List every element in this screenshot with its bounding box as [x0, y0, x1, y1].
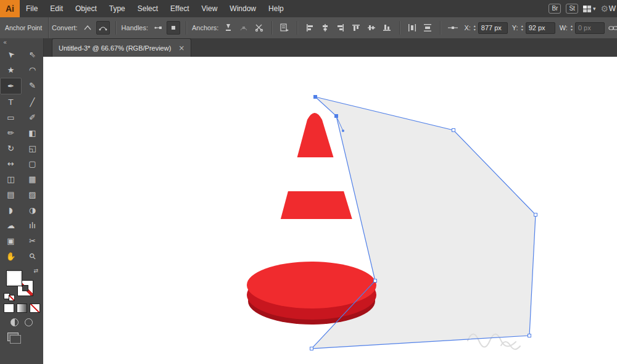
align-center-vertical-button[interactable]	[365, 21, 378, 35]
anchor-point[interactable]	[534, 213, 537, 217]
anchor-point[interactable]	[528, 334, 531, 337]
convert-to-smooth-button[interactable]	[96, 21, 110, 35]
magic-wand-tool[interactable]: ★	[0, 62, 22, 78]
column-graph-tool[interactable]: ılı	[22, 218, 43, 233]
w-input[interactable]: 0 px	[575, 22, 605, 34]
menu-items: File Edit Object Type Select Effect View…	[20, 0, 290, 17]
anchor-point[interactable]	[452, 129, 455, 132]
menu-item[interactable]: Object	[69, 0, 103, 17]
close-tab-icon[interactable]: ×	[178, 44, 184, 52]
slice-tool[interactable]: ✂	[22, 233, 43, 249]
selection-tool[interactable]: ➤	[0, 47, 22, 62]
menu-item[interactable]: File	[20, 0, 44, 17]
anchors-label: Anchors:	[192, 24, 218, 31]
menu-item[interactable]: View	[196, 0, 224, 17]
none-button[interactable]	[30, 304, 40, 313]
bridge-button[interactable]: Br	[549, 4, 561, 14]
paintbrush-tool[interactable]: ✐	[22, 110, 43, 125]
default-fill-stroke-icon[interactable]	[4, 293, 15, 301]
symbol-sprayer-tool[interactable]: ☁	[0, 218, 22, 233]
align-center-horizontal-button[interactable]	[318, 21, 332, 35]
color-button[interactable]	[4, 304, 14, 313]
handles-label: Handles:	[122, 24, 148, 31]
free-transform-tool[interactable]: ▢	[22, 156, 43, 172]
type-tool[interactable]: T	[0, 94, 22, 110]
handle-endpoint[interactable]	[342, 130, 344, 132]
distribute-horizontal-button[interactable]	[405, 21, 419, 35]
swap-fill-stroke-icon[interactable]: ⇄	[33, 268, 38, 274]
document-tab-title: Untitled-3* @ 66.67% (RGB/Preview)	[59, 44, 171, 52]
anchor-point[interactable]	[310, 347, 313, 350]
remove-anchors-button[interactable]	[222, 21, 235, 35]
x-input[interactable]: 877 px	[478, 22, 508, 34]
y-input[interactable]: 92 px	[526, 22, 555, 34]
menu-bar: Ai File Edit Object Type Select Effect V…	[0, 0, 617, 18]
convert-to-corner-button[interactable]	[81, 21, 94, 35]
artboard-tool[interactable]: ▣	[0, 233, 22, 249]
tools-grid: ➤ ⇖ ★ ◠ ✒ ✎ T	[0, 47, 43, 264]
menu-item[interactable]: Effect	[164, 0, 195, 17]
stock-button[interactable]: St	[566, 4, 578, 14]
gradient-button[interactable]	[17, 304, 27, 313]
anchor-point[interactable]	[335, 115, 338, 118]
align-top-button[interactable]	[349, 21, 363, 35]
isolate-selection-button[interactable]	[278, 21, 291, 35]
x-stepper[interactable]: ▴▾	[474, 24, 476, 31]
rotate-tool[interactable]: ↻	[0, 141, 22, 156]
rectangle-tool[interactable]: ▭	[0, 110, 22, 125]
document-tab[interactable]: Untitled-3* @ 66.67% (RGB/Preview) ×	[52, 38, 191, 57]
document-tab-bar: Untitled-3* @ 66.67% (RGB/Preview) ×	[43, 38, 617, 57]
anchor-point[interactable]	[314, 96, 317, 99]
eraser-tool[interactable]: ◧	[22, 125, 43, 141]
cut-path-button[interactable]	[252, 21, 266, 35]
illustrator-logo: Ai	[0, 0, 20, 17]
w-stepper[interactable]: ▴▾	[571, 24, 573, 31]
shape-builder-tool[interactable]: ◫	[0, 172, 22, 187]
workspace-switcher-button[interactable]: ▾	[583, 6, 596, 12]
menu-item[interactable]: Type	[103, 0, 131, 17]
menu-item[interactable]: Help	[262, 0, 290, 17]
draw-behind-button[interactable]	[25, 318, 33, 326]
width-tool[interactable]: ↔	[0, 156, 22, 172]
distribute-vertical-button[interactable]	[421, 21, 434, 35]
connect-anchors-button[interactable]	[237, 21, 251, 35]
show-handles-button[interactable]	[151, 21, 165, 35]
collapse-panel-icon[interactable]: «	[0, 38, 43, 47]
w-label: W:	[560, 24, 568, 31]
constrain-proportions-icon[interactable]	[607, 21, 617, 35]
pen-tool[interactable]: ✒	[0, 78, 22, 94]
direct-selection-tool[interactable]: ⇖	[22, 47, 43, 62]
fill-swatch[interactable]	[6, 270, 22, 286]
artboard-canvas[interactable]	[43, 57, 617, 364]
menu-item[interactable]: Window	[223, 0, 262, 17]
zoom-tool[interactable]: ⚲	[22, 249, 43, 264]
hand-tool[interactable]: ✋	[0, 249, 22, 264]
draw-mode-row	[0, 318, 43, 326]
gpu-performance-icon[interactable]: ⚙	[600, 4, 608, 14]
y-stepper[interactable]: ▴▾	[521, 24, 523, 31]
blend-tool[interactable]: ◑	[22, 202, 43, 218]
line-segment-tool[interactable]: ╱	[22, 94, 43, 110]
screen-mode-row	[0, 333, 43, 341]
menu-item[interactable]: Select	[131, 0, 164, 17]
hide-handles-button[interactable]	[167, 21, 180, 35]
window-edge-label: W	[609, 0, 617, 17]
menu-item[interactable]: Edit	[44, 0, 69, 17]
perspective-grid-tool[interactable]: ▦	[22, 172, 43, 187]
eyedropper-tool[interactable]: ◗	[0, 202, 22, 218]
anchor-point[interactable]	[374, 279, 377, 283]
cone-base-top	[247, 262, 376, 308]
mesh-tool[interactable]: ▤	[0, 187, 22, 202]
align-right-button[interactable]	[334, 21, 347, 35]
scale-tool[interactable]: ◱	[22, 141, 43, 156]
reference-point-icon[interactable]	[446, 21, 460, 35]
align-bottom-button[interactable]	[380, 21, 394, 35]
lasso-tool[interactable]: ◠	[22, 62, 43, 78]
align-left-button[interactable]	[303, 21, 317, 35]
change-screen-mode-button[interactable]	[7, 333, 19, 341]
draw-normal-button[interactable]	[10, 318, 19, 326]
gradient-tool[interactable]: ▨	[22, 187, 43, 202]
pencil-tool[interactable]: ✏	[0, 125, 22, 141]
curvature-tool[interactable]: ✎	[22, 78, 43, 93]
workspace-grid-icon	[583, 6, 591, 12]
